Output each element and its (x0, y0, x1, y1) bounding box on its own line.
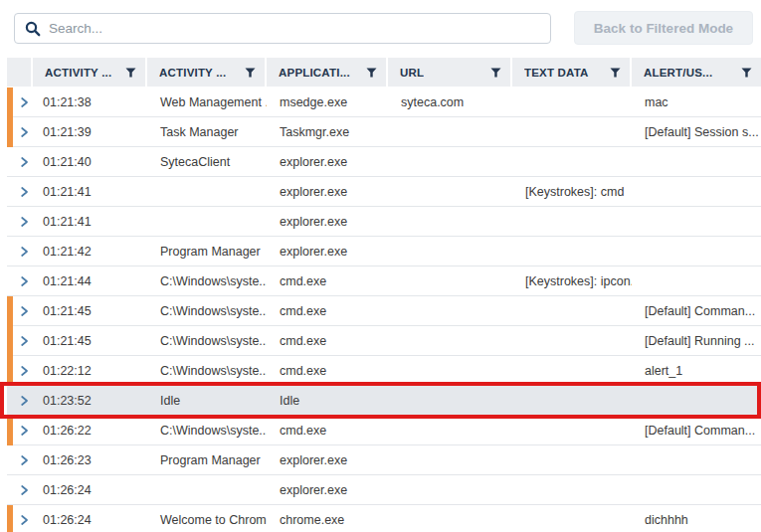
search-input[interactable] (41, 21, 550, 36)
cell-text-data (512, 356, 632, 385)
expander-cell[interactable] (7, 147, 33, 176)
column-label: ALERT/US... (644, 67, 712, 79)
expand-chevron-icon[interactable] (21, 217, 29, 227)
cell-activity-time: 01:23:52 (33, 386, 147, 415)
expander-cell[interactable] (7, 237, 33, 266)
expand-chevron-icon[interactable] (21, 247, 29, 257)
expander-cell[interactable] (7, 266, 33, 295)
cell-text-data (512, 117, 632, 146)
table-row[interactable]: 01:21:42 Program Manager explorer.exe (7, 237, 761, 266)
cell-activity-name: C:\Windows\syste... (147, 326, 267, 355)
cell-text-data (512, 326, 632, 355)
filter-icon[interactable] (125, 68, 136, 78)
cell-activity-time: 01:21:39 (33, 117, 147, 146)
cell-application: explorer.exe (267, 475, 388, 504)
expand-chevron-icon[interactable] (21, 187, 29, 197)
alert-flag-indicator (7, 117, 13, 147)
expand-chevron-icon[interactable] (21, 366, 29, 376)
expander-cell[interactable] (7, 207, 33, 236)
table-row[interactable]: 01:21:44 C:\Windows\syste... cmd.exe [Ke… (7, 266, 761, 296)
filter-icon[interactable] (366, 68, 377, 78)
cell-application: explorer.exe (267, 445, 388, 474)
expander-cell[interactable] (7, 475, 33, 504)
filter-icon[interactable] (741, 68, 752, 78)
cell-activity-time: 01:21:45 (33, 296, 147, 325)
cell-activity-name: C:\Windows\syste... (147, 266, 267, 295)
cell-url (388, 147, 512, 176)
cell-text-data (512, 445, 632, 474)
search-box[interactable] (14, 13, 551, 44)
filter-icon[interactable] (245, 68, 256, 78)
alert-flag-indicator (7, 505, 13, 532)
cell-activity-name: Program Manager (147, 445, 267, 474)
cell-activity-time: 01:26:23 (33, 445, 147, 474)
expander-cell[interactable] (7, 177, 33, 206)
expand-chevron-icon[interactable] (21, 97, 29, 107)
expander-cell[interactable] (7, 445, 33, 474)
expand-chevron-icon[interactable] (21, 157, 29, 167)
cell-text-data: [Keystrokes]: cmd (512, 177, 632, 206)
cell-alert-user (632, 237, 761, 266)
expand-chevron-icon[interactable] (21, 276, 29, 286)
column-header-activity-name[interactable]: ACTIVITY ... (147, 58, 267, 87)
expand-chevron-icon[interactable] (21, 455, 29, 465)
column-header-application[interactable]: APPLICATI... (267, 58, 388, 87)
cell-application: cmd.exe (267, 296, 388, 325)
column-header-alert-user[interactable]: ALERT/US... (632, 58, 761, 87)
cell-url: syteca.com (388, 88, 512, 116)
cell-application: explorer.exe (267, 207, 388, 236)
expand-chevron-icon[interactable] (21, 127, 29, 137)
cell-application: explorer.exe (267, 237, 388, 266)
table-row[interactable]: 01:22:12 C:\Windows\syste... cmd.exe ale… (7, 356, 761, 386)
cell-application: cmd.exe (267, 356, 388, 385)
table-row[interactable]: 01:26:22 C:\Windows\syste... cmd.exe [De… (7, 416, 761, 445)
expand-chevron-icon[interactable] (21, 306, 29, 316)
table-row[interactable]: 01:21:41 explorer.exe (7, 207, 761, 237)
column-label: TEXT DATA (524, 67, 589, 79)
cell-activity-time: 01:21:38 (33, 88, 147, 116)
table-row[interactable]: 01:21:45 C:\Windows\syste... cmd.exe [De… (7, 296, 761, 326)
table-row[interactable]: 01:23:52 Idle Idle (7, 386, 761, 416)
table-row[interactable]: 01:26:24 Welcome to Chrome! chrome.exe d… (7, 505, 761, 532)
alert-flag-indicator (7, 416, 13, 445)
cell-url (388, 505, 512, 532)
cell-application: explorer.exe (267, 147, 388, 176)
cell-application: cmd.exe (267, 416, 388, 444)
expand-chevron-icon[interactable] (21, 336, 29, 346)
table-row[interactable]: 01:21:40 SytecaClient explorer.exe (7, 147, 761, 177)
cell-text-data (512, 88, 632, 116)
alert-flag-indicator (7, 296, 13, 326)
table-row[interactable]: 01:21:38 Web Management ... msedge.exe s… (7, 88, 761, 117)
cell-text-data (512, 475, 632, 504)
cell-text-data (512, 147, 632, 176)
column-header-text-data[interactable]: TEXT DATA (512, 58, 632, 87)
expand-chevron-icon[interactable] (21, 396, 29, 406)
cell-alert-user: alert_1 (632, 356, 761, 385)
table-row[interactable]: 01:21:39 Task Manager Taskmgr.exe [Defau… (7, 117, 761, 147)
column-header-activity-time[interactable]: ACTIVITY ... (33, 58, 147, 87)
cell-url (388, 117, 512, 146)
column-header-expander (7, 58, 33, 87)
filter-icon[interactable] (610, 68, 621, 78)
expand-chevron-icon[interactable] (21, 426, 29, 436)
table-row[interactable]: 01:21:41 explorer.exe [Keystrokes]: cmd (7, 177, 761, 207)
column-label: ACTIVITY ... (45, 67, 111, 79)
filter-icon[interactable] (490, 68, 501, 78)
table-row[interactable]: 01:21:45 C:\Windows\syste... cmd.exe [De… (7, 326, 761, 356)
back-to-filtered-mode-button[interactable]: Back to Filtered Mode (574, 11, 753, 45)
cell-activity-name (147, 177, 267, 206)
cell-url (388, 416, 512, 444)
cell-activity-name: C:\Windows\syste... (147, 296, 267, 325)
cell-text-data (512, 505, 632, 532)
cell-text-data (512, 416, 632, 444)
table-row[interactable]: 01:26:23 Program Manager explorer.exe (7, 445, 761, 475)
expand-chevron-icon[interactable] (21, 485, 29, 495)
cell-alert-user (632, 475, 761, 504)
expand-chevron-icon[interactable] (21, 515, 29, 525)
cell-url (388, 475, 512, 504)
search-icon (25, 21, 41, 37)
table-row[interactable]: 01:26:24 explorer.exe (7, 475, 761, 505)
expander-cell[interactable] (7, 386, 33, 415)
column-header-url[interactable]: URL (388, 58, 512, 87)
cell-activity-time: 01:21:44 (33, 266, 147, 295)
